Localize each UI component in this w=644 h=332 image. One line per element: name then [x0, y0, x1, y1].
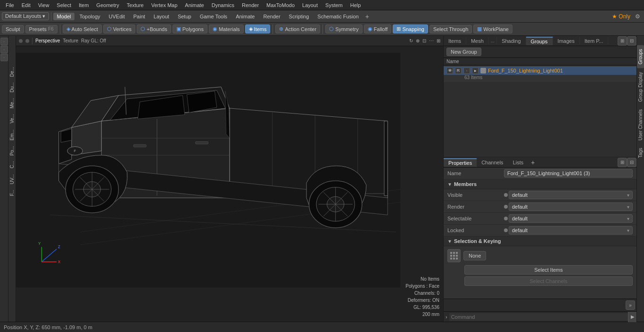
rvtab-groupdisplay[interactable]: Group Display: [637, 68, 644, 105]
command-arrow[interactable]: ›: [444, 314, 449, 320]
group-lock-icon[interactable]: ·: [463, 67, 470, 74]
add-props-tab-button[interactable]: +: [528, 158, 537, 167]
command-go-button[interactable]: ▶: [628, 312, 636, 322]
tab-animate[interactable]: Animate: [232, 13, 258, 20]
menu-help[interactable]: Help: [347, 2, 365, 8]
svtab-uv[interactable]: UV...: [8, 171, 16, 187]
tab-groups[interactable]: Groups: [526, 37, 553, 45]
tab-layout[interactable]: Layout: [150, 13, 173, 20]
viewport-zoom-icon[interactable]: ⊕: [416, 38, 420, 43]
lp-item-3[interactable]: ·: [0, 54, 8, 61]
viewport-dot2[interactable]: [25, 39, 29, 43]
rp-expand-button[interactable]: ⊞: [618, 36, 627, 46]
snapping-button[interactable]: ⊞ Snapping: [393, 24, 428, 33]
lp-item-2[interactable]: ·: [0, 46, 8, 53]
presets-button[interactable]: Presets F6: [25, 25, 58, 33]
texture-mode[interactable]: Texture: [63, 38, 78, 43]
menu-animate[interactable]: Animate: [181, 2, 207, 8]
autoselect-button[interactable]: ◈ Auto Select: [63, 24, 102, 33]
tab-uvedit[interactable]: UVEdit: [105, 13, 129, 20]
visible-dropdown[interactable]: default ▾: [509, 191, 633, 199]
items-button[interactable]: ◈ Items: [245, 24, 271, 33]
polygons-button[interactable]: ▣ Polygons: [173, 24, 207, 33]
menu-view[interactable]: View: [34, 2, 53, 8]
tab-scripting[interactable]: Scripting: [285, 13, 313, 20]
props-collapse-button[interactable]: ⊟: [627, 158, 636, 167]
svtab-me[interactable]: Me...: [8, 95, 16, 111]
svtab-de[interactable]: De...: [8, 64, 16, 80]
rvtab-tags[interactable]: Tags: [637, 144, 644, 162]
props-expand-button[interactable]: ⊞: [618, 158, 627, 167]
add-tab-button[interactable]: +: [363, 13, 371, 20]
select-items-button[interactable]: Select Items: [464, 265, 633, 275]
layout-selector[interactable]: Default Layouts ▾: [2, 12, 49, 20]
menu-file[interactable]: File: [2, 2, 18, 8]
render-eye-icon[interactable]: R: [455, 67, 462, 74]
selectable-dropdown[interactable]: default ▾: [509, 214, 633, 223]
tab-lists[interactable]: Lists: [508, 159, 528, 166]
command-input[interactable]: [449, 313, 628, 321]
chevron-right-button[interactable]: »: [626, 300, 635, 310]
bounds-button[interactable]: ⬡ +Bounds: [137, 24, 171, 33]
tab-schematicfusion[interactable]: Schematic Fusion: [314, 13, 362, 20]
tab-mesh[interactable]: Mesh: [466, 37, 489, 45]
tab-itemp[interactable]: Item P...: [580, 37, 609, 45]
viewport-rotate-icon[interactable]: ↻: [409, 38, 413, 43]
tab-more[interactable]: ...: [489, 37, 497, 44]
menu-geometry[interactable]: Geometry: [92, 2, 123, 8]
star-only-button[interactable]: ★ Only: [610, 13, 632, 20]
viewport-dot[interactable]: [19, 39, 23, 43]
locked-dropdown[interactable]: default ▾: [509, 226, 633, 235]
members-section[interactable]: ▼ Members: [444, 179, 636, 189]
menu-item[interactable]: Item: [75, 2, 92, 8]
symmetry-button[interactable]: ⬡ Symmetry: [325, 24, 363, 33]
rp-collapse-button[interactable]: ⊟: [627, 36, 636, 46]
selection-keying-section[interactable]: ▼ Selection & Keying: [444, 236, 636, 246]
raygl-toggle[interactable]: Ray GL: Off: [81, 38, 106, 43]
svtab-c[interactable]: C...: [8, 158, 16, 171]
rvtab-userchannels[interactable]: User Channels: [637, 105, 644, 144]
tab-images[interactable]: Images: [553, 37, 580, 45]
name-input[interactable]: [504, 169, 633, 178]
svtab-f[interactable]: F...: [8, 187, 16, 199]
menu-texture[interactable]: Texture: [123, 2, 148, 8]
tab-paint[interactable]: Paint: [130, 13, 149, 20]
select-channels-button[interactable]: Select Channels: [464, 276, 633, 286]
viewport-maximize-icon[interactable]: ⊞: [437, 38, 440, 43]
tab-shading[interactable]: Shading: [497, 37, 526, 45]
svtab-em[interactable]: Em...: [8, 127, 16, 143]
tab-setup[interactable]: Setup: [174, 13, 195, 20]
rvtab-groups[interactable]: Groups: [637, 45, 644, 68]
selectthrough-button[interactable]: Select Through: [429, 25, 472, 33]
menu-select[interactable]: Select: [53, 2, 75, 8]
render-dropdown[interactable]: default ▾: [509, 202, 633, 211]
sculpt-button[interactable]: Sculpt: [2, 25, 24, 33]
svtab-ve[interactable]: Ve...: [8, 111, 16, 126]
visibility-eye-icon[interactable]: 👁: [446, 67, 453, 74]
tab-items[interactable]: Items: [444, 37, 466, 45]
settings-icon[interactable]: ⚙: [633, 13, 642, 20]
menu-render[interactable]: Render: [238, 2, 263, 8]
group-item[interactable]: 👁 R · ▸ Ford_F_150_Lightning_Light001: [444, 66, 636, 75]
materials-button[interactable]: ◉ Materials: [209, 24, 244, 33]
svtab-du[interactable]: Du...: [8, 80, 16, 95]
sk-grid-icon[interactable]: [447, 249, 461, 262]
menu-maxtomodo[interactable]: MaxToModo: [263, 2, 298, 8]
menu-edit[interactable]: Edit: [18, 2, 34, 8]
tab-gametools[interactable]: Game Tools: [196, 13, 231, 20]
tab-render[interactable]: Render: [259, 13, 284, 20]
tab-topology[interactable]: Topology: [75, 13, 104, 20]
tab-properties[interactable]: Properties: [444, 158, 477, 167]
vertices-button[interactable]: ⬡ Vertices: [103, 24, 135, 33]
viewport-frame-icon[interactable]: ⊡: [422, 38, 426, 43]
group-expand-icon[interactable]: ▸: [472, 67, 479, 74]
menu-layout[interactable]: Layout: [298, 2, 322, 8]
menu-dynamics[interactable]: Dynamics: [208, 2, 238, 8]
falloff-button[interactable]: ◉ Falloff: [364, 24, 392, 33]
workplane-button[interactable]: ▦ WorkPlane: [473, 24, 512, 33]
lp-item-1[interactable]: ·: [0, 38, 8, 45]
menu-system[interactable]: System: [322, 2, 347, 8]
tab-model[interactable]: Model: [53, 13, 75, 20]
svtab-po[interactable]: Po...: [8, 143, 16, 159]
viewport-canvas[interactable]: F Z X Y No Items Polygons : Face: [16, 46, 443, 322]
